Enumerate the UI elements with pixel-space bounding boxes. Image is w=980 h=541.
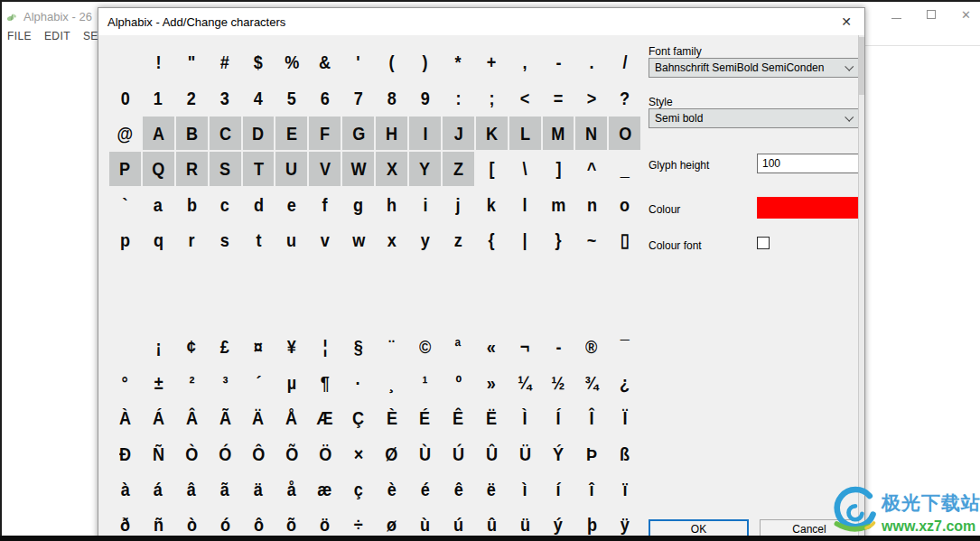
char-cell[interactable]: M <box>542 116 575 151</box>
char-cell[interactable]: Ç <box>341 400 375 435</box>
char-cell[interactable]: f <box>308 187 341 222</box>
char-cell[interactable]: A <box>142 116 175 151</box>
char-cell[interactable]: ? <box>608 79 641 115</box>
char-cell[interactable]: K <box>475 116 509 151</box>
char-cell[interactable]: - <box>542 44 575 79</box>
menu-item-file[interactable]: FILE <box>7 30 32 42</box>
maximize-button[interactable] <box>927 6 936 23</box>
char-cell[interactable]: ¿ <box>608 365 641 400</box>
char-cell[interactable]: Â <box>175 400 209 435</box>
char-cell[interactable]: I <box>408 116 442 151</box>
char-cell[interactable]: ï <box>608 471 641 507</box>
scrollbar-thumb[interactable] <box>859 37 864 95</box>
char-cell[interactable]: ê <box>442 471 475 507</box>
char-cell[interactable]: Ý <box>542 435 575 471</box>
char-cell[interactable]: g <box>341 187 375 222</box>
char-cell[interactable]: ^ <box>574 151 608 186</box>
char-cell[interactable]: T <box>242 151 275 186</box>
char-cell[interactable]: _ <box>608 151 641 186</box>
char-cell[interactable]: & <box>308 44 341 79</box>
char-cell[interactable]: ¹ <box>408 365 442 400</box>
style-select[interactable]: Semi bold <box>649 108 859 128</box>
char-cell[interactable]: È <box>375 400 408 435</box>
char-cell[interactable]: 5 <box>275 79 308 115</box>
char-cell[interactable]: ¤ <box>242 329 275 364</box>
char-cell[interactable]: ç <box>341 471 375 507</box>
char-cell[interactable]: v <box>308 222 341 257</box>
dialog-close-button[interactable]: ✕ <box>837 14 855 30</box>
char-cell[interactable]: µ <box>275 365 308 400</box>
char-cell[interactable]: Ô <box>242 435 275 471</box>
char-cell[interactable]: Y <box>408 151 442 186</box>
char-cell[interactable]: ! <box>142 44 175 79</box>
char-cell[interactable]: ' <box>341 44 375 79</box>
char-cell[interactable]: k <box>475 187 509 222</box>
char-cell[interactable]: Ã <box>209 400 242 435</box>
char-cell[interactable]: o <box>608 187 641 222</box>
char-cell[interactable]: Ê <box>442 400 475 435</box>
char-cell[interactable]: Ø <box>375 435 408 471</box>
char-cell[interactable]: ` <box>108 187 142 222</box>
minimize-button[interactable] <box>891 6 901 23</box>
char-cell[interactable]: í <box>542 471 575 507</box>
char-cell[interactable]: # <box>209 44 242 79</box>
char-cell[interactable]: 7 <box>341 79 375 115</box>
char-cell[interactable]: r <box>175 222 209 257</box>
char-cell[interactable]: 6 <box>308 79 341 115</box>
char-cell[interactable]: j <box>442 187 475 222</box>
char-cell[interactable]: ë <box>475 471 509 507</box>
char-cell[interactable]: 1 <box>142 79 175 115</box>
char-cell[interactable]: Þ <box>574 435 608 471</box>
char-cell[interactable]: G <box>341 116 375 151</box>
char-cell[interactable]: 4 <box>242 79 275 115</box>
char-cell[interactable]: h <box>375 187 408 222</box>
char-cell[interactable]: ° <box>108 365 142 400</box>
char-cell[interactable]: Í <box>542 400 575 435</box>
char-cell[interactable]: 8 <box>375 79 408 115</box>
char-cell[interactable]: Î <box>574 400 608 435</box>
close-window-button[interactable]: ✕ <box>961 6 971 23</box>
char-cell[interactable]: 3 <box>209 79 242 115</box>
char-cell[interactable]: « <box>475 329 509 364</box>
char-cell[interactable]: ½ <box>542 365 575 400</box>
char-cell[interactable]: ß <box>608 435 641 471</box>
char-cell[interactable]: w <box>341 222 375 257</box>
char-cell[interactable]: » <box>475 365 509 400</box>
char-cell[interactable]: . <box>574 44 608 79</box>
char-cell[interactable]: c <box>209 187 242 222</box>
char-cell[interactable]: î <box>574 471 608 507</box>
char-cell[interactable]: = <box>542 79 575 115</box>
char-cell[interactable]: ¼ <box>509 365 542 400</box>
char-cell[interactable]: % <box>275 44 308 79</box>
char-cell[interactable]: | <box>509 222 542 257</box>
menu-item-edit[interactable]: EDIT <box>44 30 70 42</box>
char-cell[interactable]: D <box>242 116 275 151</box>
char-cell[interactable]: > <box>574 79 608 115</box>
char-cell[interactable]: X <box>375 151 408 186</box>
char-cell[interactable]: 9 <box>408 79 442 115</box>
char-cell[interactable]: á <box>142 471 175 507</box>
char-cell[interactable]: L <box>509 116 542 151</box>
char-cell[interactable]: z <box>442 222 475 257</box>
char-cell[interactable]: ¯ <box>608 329 641 364</box>
char-cell[interactable]: ; <box>475 79 509 115</box>
char-cell[interactable]: Ë <box>475 400 509 435</box>
char-cell[interactable]: ´ <box>242 365 275 400</box>
char-cell[interactable]: Z <box>442 151 475 186</box>
char-cell[interactable]: Ì <box>509 400 542 435</box>
char-cell[interactable]: { <box>475 222 509 257</box>
char-cell[interactable]: ] <box>542 151 575 186</box>
char-cell[interactable]: º <box>442 365 475 400</box>
char-cell[interactable]: x <box>375 222 408 257</box>
char-cell[interactable]: ¢ <box>175 329 209 364</box>
char-cell[interactable]: " <box>175 44 209 79</box>
char-cell[interactable]: · <box>341 365 375 400</box>
char-cell[interactable]: + <box>475 44 509 79</box>
char-cell[interactable]: J <box>442 116 475 151</box>
char-cell[interactable]: d <box>242 187 275 222</box>
char-cell[interactable]: @ <box>108 116 142 151</box>
char-cell[interactable]: § <box>341 329 375 364</box>
char-cell[interactable]: Ñ <box>142 435 175 471</box>
char-cell[interactable]: © <box>408 329 442 364</box>
colour-swatch[interactable] <box>757 197 859 219</box>
